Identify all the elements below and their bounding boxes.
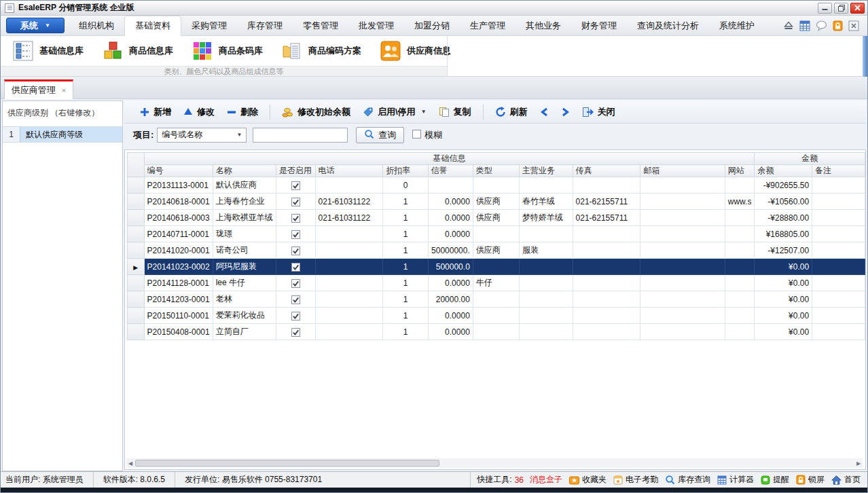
quick-tool-4[interactable]: 库存查询 xyxy=(665,474,710,486)
enabled-checkbox[interactable] xyxy=(291,181,300,190)
minimize-button[interactable] xyxy=(818,3,832,14)
toolbar-button-新增[interactable]: 新增 xyxy=(134,106,177,118)
column-header-13[interactable]: 备注 xyxy=(812,165,865,177)
quick-tool-5[interactable]: 计算器 xyxy=(717,474,754,486)
column-header-8[interactable]: 主营业务 xyxy=(520,165,573,177)
column-header-11[interactable]: 网站 xyxy=(725,165,755,177)
column-header-5[interactable]: 折扣率 xyxy=(383,165,429,177)
toolbar-button-刷新[interactable]: 刷新 xyxy=(489,106,534,118)
table-row[interactable]: P20141128-0001lee 牛仔10.0000牛仔¥0.00 xyxy=(128,275,865,291)
scrollbar-thumb[interactable] xyxy=(135,460,439,467)
menu-item-2[interactable]: 基础资料 xyxy=(124,16,181,36)
group-header-basic: 基础信息 xyxy=(144,153,755,165)
enabled-checkbox[interactable] xyxy=(291,295,300,304)
supplier-level-header: 供应商级别 （右键修改） xyxy=(3,101,122,126)
menu-item-7[interactable]: 加盟分销 xyxy=(404,16,460,35)
ribbon-button-4[interactable]: 商品编码方案 xyxy=(272,37,371,65)
quick-tool-8[interactable]: 首页 xyxy=(831,474,861,486)
calc-grid-icon[interactable] xyxy=(799,20,810,31)
column-header-4[interactable]: 电话 xyxy=(315,165,383,177)
column-header-1[interactable]: 编号 xyxy=(144,165,213,177)
menu-item-11[interactable]: 查询及统计分析 xyxy=(627,16,709,35)
enabled-checkbox[interactable] xyxy=(291,279,300,288)
table-row[interactable]: P20150110-0001爱茉莉化妆品10.0000¥0.00 xyxy=(128,308,865,324)
ribbon-button-2[interactable]: 商品信息库 xyxy=(93,37,183,65)
menu-item-6[interactable]: 批发管理 xyxy=(348,16,404,35)
column-header-3[interactable]: 是否启用 xyxy=(276,165,315,177)
cell-phone xyxy=(315,226,383,242)
cell-credit: 500000.0 xyxy=(428,259,473,275)
chat-icon[interactable] xyxy=(816,20,827,31)
menu-item-9[interactable]: 其他业务 xyxy=(516,16,571,35)
enabled-checkbox[interactable] xyxy=(291,230,300,239)
close-button[interactable] xyxy=(850,3,865,14)
cell-discount: 1 xyxy=(383,308,429,324)
column-header-9[interactable]: 传真 xyxy=(573,165,640,177)
toolbar-button-nav-8[interactable] xyxy=(555,107,576,117)
quick-tool-label: 计算器 xyxy=(729,474,754,486)
table-row[interactable]: P20140618-0001上海春竹企业021-6103112210.0000供… xyxy=(128,194,865,210)
cell-fax xyxy=(573,177,640,194)
column-header-2[interactable]: 名称 xyxy=(213,165,276,177)
scroll-left-icon[interactable]: ◀ xyxy=(126,460,134,467)
boxed-close-icon[interactable] xyxy=(848,20,859,31)
toolbar-button-关闭[interactable]: 关闭 xyxy=(576,106,621,118)
horizontal-scrollbar[interactable]: ◀ ▶ xyxy=(126,458,863,468)
toolbar-button-启用\停用[interactable]: 启用\停用▼ xyxy=(357,106,433,118)
table-row[interactable]: P20140618-0003上海欧祺亚羊绒021-6103112210.0000… xyxy=(128,210,865,226)
ribbon-button-1[interactable]: 基础信息库 xyxy=(3,37,93,65)
quick-tool-7[interactable]: 锁屏 xyxy=(796,474,825,486)
quick-tool-2[interactable]: 收藏夹 xyxy=(569,474,607,486)
enabled-checkbox[interactable] xyxy=(291,312,300,321)
menu-item-3[interactable]: 采购管理 xyxy=(181,16,237,35)
cell-phone xyxy=(315,177,383,194)
search-field-label: 项目: xyxy=(133,129,153,141)
menu-item-4[interactable]: 库存管理 xyxy=(237,16,293,35)
menu-item-10[interactable]: 财务管理 xyxy=(571,16,627,35)
ribbon-button-3[interactable]: 商品条码库 xyxy=(183,37,272,65)
search-input[interactable] xyxy=(253,128,348,143)
quick-tool-1[interactable]: 消息盒子 xyxy=(530,474,562,486)
menu-item-5[interactable]: 零售管理 xyxy=(293,16,348,35)
lock-icon[interactable] xyxy=(833,20,843,31)
eject-icon[interactable] xyxy=(783,21,794,31)
table-row[interactable]: P20131113-0001默认供应商0-¥902655.50 xyxy=(128,177,865,194)
enabled-checkbox[interactable] xyxy=(291,328,300,337)
toolbar-button-修改[interactable]: 修改 xyxy=(177,106,221,118)
table-row[interactable]: P20141203-0001老林120000.00¥0.00 xyxy=(128,291,865,308)
quick-tool-3[interactable]: 电子考勤 xyxy=(613,474,658,486)
table-row[interactable]: P20141020-0001诺奇公司150000000.供应商服装-¥12507… xyxy=(128,242,865,259)
refresh-icon xyxy=(495,107,506,117)
cell-balance: ¥168805.00 xyxy=(755,226,812,242)
toolbar-button-nav-7[interactable] xyxy=(534,107,555,117)
restore-button[interactable] xyxy=(834,3,848,14)
tab-supplier-management[interactable]: 供应商管理 × xyxy=(4,79,73,99)
tab-close-icon[interactable]: × xyxy=(62,87,66,94)
toolbar-button-复制[interactable]: 复制 xyxy=(433,106,477,118)
table-row[interactable]: ▶P20141023-0002阿玛尼服装1500000.0¥0.00 xyxy=(128,259,865,275)
table-row[interactable]: P20140711-0001珑璟10.0000¥168805.00 xyxy=(128,226,865,242)
menu-item-8[interactable]: 生产管理 xyxy=(460,16,516,35)
toolbar-button-修改初始余额[interactable]: 修改初始余额 xyxy=(276,106,357,118)
column-header-6[interactable]: 信誉 xyxy=(428,165,473,177)
cell-credit: 0.0000 xyxy=(428,324,473,340)
column-header-7[interactable]: 类型 xyxy=(473,165,519,177)
menu-item-1[interactable]: 组织机构 xyxy=(69,16,124,35)
fuzzy-checkbox[interactable]: 模糊 xyxy=(412,129,442,141)
menu-item-12[interactable]: 系统维护 xyxy=(709,16,765,35)
cell-phone xyxy=(315,275,383,291)
menu-system-button[interactable]: 系统 ▼ xyxy=(6,18,65,33)
table-row[interactable]: P20150408-0001立简自厂10.0000¥0.00 xyxy=(128,324,865,340)
quick-tool-6[interactable]: 提醒 xyxy=(761,474,789,486)
query-button[interactable]: 查询 xyxy=(356,127,404,143)
enabled-checkbox[interactable] xyxy=(291,246,300,255)
enabled-checkbox[interactable] xyxy=(291,263,300,272)
search-field-select[interactable]: 编号或名称 ▼ xyxy=(157,128,247,143)
enabled-checkbox[interactable] xyxy=(291,214,300,223)
column-header-10[interactable]: 邮箱 xyxy=(640,165,725,177)
enabled-checkbox[interactable] xyxy=(291,198,300,206)
supplier-level-item[interactable]: 1默认供应商等级 xyxy=(3,126,122,143)
scroll-right-icon[interactable]: ▶ xyxy=(854,460,863,467)
toolbar-button-删除[interactable]: 删除 xyxy=(221,106,264,118)
column-header-12[interactable]: 余额 xyxy=(755,165,812,177)
